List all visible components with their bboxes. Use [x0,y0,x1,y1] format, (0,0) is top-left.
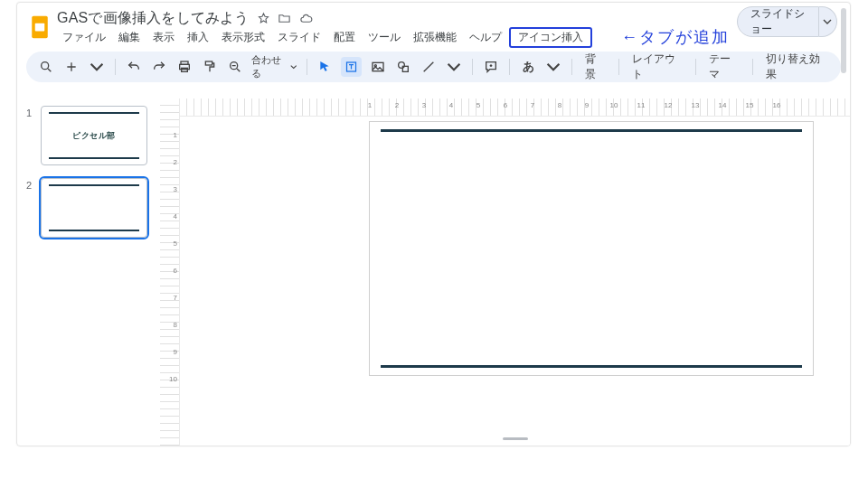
slide-top-bar [381,129,802,132]
ruler-tick: 7 [174,294,177,302]
move-folder-icon[interactable] [278,12,291,25]
ruler-tick: 4 [449,101,453,109]
ruler-tick: 2 [395,101,399,109]
text-box-icon[interactable] [341,57,362,77]
slide-thumb-2[interactable] [41,178,147,238]
divider [472,59,473,75]
ruler-tick: 7 [531,101,534,109]
ruler-tick: 2 [174,158,177,166]
scroll-thumb[interactable] [841,8,846,73]
ruler-tick: 9 [174,348,177,356]
ruler-tick: 8 [558,101,561,109]
background-button[interactable]: 背景 [581,52,609,82]
divider [509,59,510,75]
divider [618,59,619,75]
divider [752,59,753,75]
slide-bar [49,230,139,231]
print-icon[interactable] [175,57,193,77]
layout-button[interactable]: レイアウト [628,52,686,82]
star-icon[interactable] [257,12,270,25]
menu-edit[interactable]: 編集 [113,28,146,47]
svg-point-2 [42,62,49,70]
cloud-status-icon[interactable] [298,12,314,25]
slide-canvas[interactable] [370,122,813,375]
header-right: スライドショー [737,6,837,37]
menu-bar: ファイル 編集 表示 挿入 表示形式 スライド 配置 ツール 拡張機能 ヘルプ … [57,28,730,46]
ruler-tick: 13 [692,101,700,109]
slideshow-button[interactable]: スライドショー [737,6,819,37]
ruler-tick: 8 [174,321,177,329]
zoom-label: 合わせる [251,53,288,80]
titlebar: GASで画像挿入をしてみよう ファイル 編集 表示 挿入 表示形式 スライド 配… [17,3,850,46]
slide-thumbnails: 1 ピクセル部 2 [17,99,160,446]
thumb-row: 1 ピクセル部 [26,106,155,165]
horizontal-ruler: 12345678910111213141516 [180,99,850,117]
ruler-tick: 1 [368,101,372,109]
slide-bar [49,184,139,186]
paint-format-icon[interactable] [201,57,219,77]
workspace: 1 ピクセル部 2 12345678910 123456789 [17,99,850,446]
ruler-tick: 10 [169,375,177,383]
ruler-tick: 12 [665,101,673,109]
theme-button[interactable]: テーマ [705,52,743,82]
canvas-area[interactable]: 12345678910111213141516 [180,99,850,446]
ruler-tick: 14 [719,101,727,109]
ruler-tick: 6 [174,267,177,275]
search-icon[interactable] [37,57,55,77]
menu-view[interactable]: 表示 [147,28,180,47]
divider [695,59,696,75]
scrollbar[interactable] [839,3,848,446]
slide-thumb-1[interactable]: ピクセル部 [41,106,147,165]
slide-bottom-bar [381,365,802,368]
slideshow-dropdown[interactable] [819,6,837,37]
thumb-number: 1 [26,106,35,165]
chevron-down-icon[interactable] [445,57,463,77]
line-icon[interactable] [420,57,438,77]
slide-bar [49,157,139,159]
chevron-down-icon[interactable] [544,57,562,77]
title-row: GASで画像挿入をしてみよう [57,8,730,28]
ruler-tick: 6 [504,101,507,109]
svg-rect-5 [182,68,188,71]
menu-arrange[interactable]: 配置 [328,28,361,47]
ruler-tick: 1 [174,131,177,139]
redo-icon[interactable] [150,57,168,77]
ruler-tick: 5 [174,239,177,248]
transition-button[interactable]: 切り替え効果 [762,52,830,82]
ruler-tick: 15 [746,101,754,109]
thumb-number: 2 [26,178,35,238]
divider [307,59,307,75]
vertical-ruler: 12345678910 [160,99,180,446]
app-window: GASで画像挿入をしてみよう ファイル 編集 表示 挿入 表示形式 スライド 配… [16,2,851,446]
image-icon[interactable] [369,57,387,77]
ruler-tick: 9 [585,101,589,109]
divider [115,59,116,75]
ruler-tick: 5 [476,101,480,109]
notes-drag-handle[interactable] [503,437,528,440]
zoom-out-icon[interactable] [226,57,244,77]
menu-file[interactable]: ファイル [57,28,111,47]
ruler-tick: 10 [610,101,618,109]
ruler-tick: 3 [422,101,426,109]
menu-format[interactable]: 表示形式 [216,28,270,47]
menu-slide[interactable]: スライド [272,28,326,47]
divider [571,59,572,75]
doc-title[interactable]: GASで画像挿入をしてみよう [57,9,250,28]
menu-help[interactable]: ヘルプ [464,28,507,47]
menu-insert[interactable]: 挿入 [182,28,214,47]
new-slide-icon[interactable] [62,57,80,77]
ruler-tick: 11 [637,101,646,109]
select-tool-icon[interactable] [316,57,334,77]
undo-icon[interactable] [125,57,143,77]
menu-icon-insert[interactable]: アイコン挿入 [509,27,592,48]
chevron-down-icon[interactable] [88,57,106,77]
shape-icon[interactable] [394,57,412,77]
menu-extensions[interactable]: 拡張機能 [408,28,462,47]
svg-rect-6 [205,61,212,65]
text-style-icon[interactable]: あ [519,57,537,77]
zoom-select[interactable]: 合わせる [251,53,297,80]
slideshow-label: スライドショー [750,6,806,37]
slides-app-icon[interactable] [30,12,50,42]
comment-icon[interactable] [482,57,500,77]
menu-tools[interactable]: ツール [363,28,406,47]
